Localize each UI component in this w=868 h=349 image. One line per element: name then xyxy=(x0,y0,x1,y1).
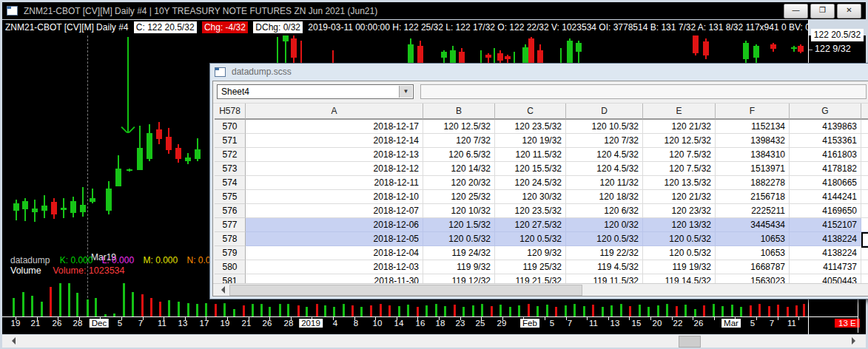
column-header[interactable]: F xyxy=(716,104,790,120)
restore-button[interactable]: ❐ xyxy=(810,4,835,18)
cell[interactable]: 120 7.5/32 xyxy=(643,162,716,176)
cell[interactable]: 10653 xyxy=(716,232,790,246)
cell[interactable] xyxy=(861,246,868,260)
cell[interactable]: 1882278 xyxy=(716,176,790,190)
cell-cursor[interactable] xyxy=(861,232,868,248)
cell[interactable]: 120 0.5/32 xyxy=(495,232,566,246)
cell[interactable] xyxy=(861,134,868,148)
cell[interactable]: 120 10/32 xyxy=(423,204,495,218)
row-header[interactable]: 570 xyxy=(215,120,246,134)
cell[interactable] xyxy=(861,120,868,134)
cell[interactable]: 120 20/32 xyxy=(423,176,495,190)
cell[interactable]: 119 19/32 xyxy=(643,260,716,274)
cell[interactable]: 2225211 xyxy=(716,204,790,218)
cell[interactable]: 120 14/32 xyxy=(423,162,495,176)
table-row[interactable]: 5802018-12-03119 9/32119 25/32119 4.5/32… xyxy=(215,260,868,274)
table-row[interactable]: 5772018-12-06120 1.5/32120 27.5/32120 0/… xyxy=(215,218,868,232)
cell[interactable]: 2156718 xyxy=(716,190,790,204)
row-header[interactable]: 573 xyxy=(215,162,246,176)
cell[interactable]: 120 21/32 xyxy=(643,190,716,204)
cell[interactable]: 120 13/32 xyxy=(643,218,716,232)
cell[interactable]: 2018-12-05 xyxy=(246,232,423,246)
cell[interactable]: 1152134 xyxy=(716,120,790,134)
cell[interactable]: 120 0/32 xyxy=(566,218,643,232)
cell[interactable]: 120 27.5/32 xyxy=(495,218,566,232)
table-row[interactable]: 5702018-12-17120 12.5/32120 23.5/32120 1… xyxy=(215,120,868,134)
cell[interactable]: 120 15.5/32 xyxy=(495,162,566,176)
cell[interactable]: 1384310 xyxy=(716,148,790,162)
table-row[interactable]: 5742018-12-11120 20/32120 24.5/32120 11/… xyxy=(215,176,868,190)
cell[interactable]: 120 0.5/32 xyxy=(566,232,643,246)
cell[interactable]: 2018-12-17 xyxy=(246,120,423,134)
close-button[interactable]: ✕ xyxy=(837,4,861,18)
table-row[interactable]: 5792018-12-04119 24/32120 9/32119 22/321… xyxy=(215,246,868,260)
row-header[interactable]: 576 xyxy=(215,204,246,218)
column-header[interactable]: B xyxy=(423,104,495,120)
cell[interactable]: 120 6.5/32 xyxy=(423,148,495,162)
cell[interactable] xyxy=(861,204,868,218)
cell[interactable]: 119 25/32 xyxy=(495,260,566,274)
row-header[interactable]: 579 xyxy=(215,246,246,260)
cell[interactable]: 1513971 xyxy=(716,162,790,176)
cell[interactable]: 120 9/32 xyxy=(495,246,566,260)
cell[interactable]: 2018-12-04 xyxy=(246,246,423,260)
cell[interactable]: 120 0.5/32 xyxy=(423,232,495,246)
cell[interactable]: 120 6/32 xyxy=(566,204,643,218)
cell[interactable] xyxy=(861,148,868,162)
cell[interactable]: 120 25/32 xyxy=(423,190,495,204)
formula-bar[interactable] xyxy=(420,84,867,99)
column-header[interactable]: A xyxy=(246,104,423,120)
cell[interactable]: 4169650 xyxy=(790,204,861,218)
cell[interactable] xyxy=(861,260,868,274)
cell[interactable]: 4139863 xyxy=(790,120,861,134)
cell[interactable]: 120 4.5/32 xyxy=(566,162,643,176)
grid-corner-name-box[interactable]: H578 xyxy=(215,104,246,120)
cell[interactable]: 2018-12-11 xyxy=(246,176,423,190)
cell[interactable]: 4153361 xyxy=(790,134,861,148)
cell[interactable]: 120 23.5/32 xyxy=(495,120,566,134)
cell[interactable]: 2018-12-10 xyxy=(246,190,423,204)
cell[interactable]: 120 4.5/32 xyxy=(566,148,643,162)
column-header[interactable]: D xyxy=(566,104,643,120)
row-header[interactable]: 575 xyxy=(215,190,246,204)
cell[interactable]: 4161803 xyxy=(790,148,861,162)
cell[interactable]: 2018-12-13 xyxy=(246,148,423,162)
cell[interactable]: 119 4.5/32 xyxy=(566,260,643,274)
sheet-selector-dropdown[interactable]: Sheet4 ▼ xyxy=(217,84,414,99)
table-row[interactable]: 5712018-12-14120 7/32120 19/32120 7/3212… xyxy=(215,134,868,148)
cell[interactable]: 4138224 xyxy=(790,246,861,260)
cell[interactable]: 120 23/32 xyxy=(643,204,716,218)
cell[interactable]: 2018-12-06 xyxy=(246,218,423,232)
cell[interactable]: 120 12.5/32 xyxy=(643,134,716,148)
cell[interactable]: 10653 xyxy=(716,246,790,260)
scroll-right-icon[interactable] xyxy=(852,337,859,345)
table-row[interactable]: 5732018-12-12120 14/32120 15.5/32120 4.5… xyxy=(215,162,868,176)
cell[interactable]: 4180665 xyxy=(790,176,861,190)
table-row[interactable]: 5722018-12-13120 6.5/32120 11.5/32120 4.… xyxy=(215,148,868,162)
cell[interactable]: 120 11/32 xyxy=(566,176,643,190)
column-header[interactable]: C xyxy=(495,104,566,120)
cell[interactable]: 4114737 xyxy=(790,260,861,274)
scroll-left-icon[interactable] xyxy=(218,286,225,294)
table-row[interactable]: 5762018-12-07120 10/32120 23.5/32120 6/3… xyxy=(215,204,868,218)
row-header[interactable]: 578 xyxy=(215,232,246,246)
cell[interactable]: 3445434 xyxy=(716,218,790,232)
cell[interactable]: 4138224 xyxy=(790,232,861,246)
row-header[interactable]: 571 xyxy=(215,134,246,148)
cell[interactable]: 120 1.5/32 xyxy=(423,218,495,232)
cell[interactable]: 120 0.5/32 xyxy=(643,232,716,246)
cell[interactable]: 120 7/32 xyxy=(423,134,495,148)
cell[interactable]: 120 7/32 xyxy=(566,134,643,148)
cell[interactable]: 120 24.5/32 xyxy=(495,176,566,190)
chevron-down-icon[interactable]: ▼ xyxy=(399,86,412,98)
cell[interactable]: 120 18/32 xyxy=(566,190,643,204)
row-header[interactable]: 572 xyxy=(215,148,246,162)
cell[interactable]: 4178182 xyxy=(790,162,861,176)
chart-scrollbar-thumb[interactable] xyxy=(679,336,701,348)
row-header[interactable]: 574 xyxy=(215,176,246,190)
spreadsheet-window[interactable]: datadump.scss Sheet4 ▼ H578ABCDEFG570201… xyxy=(209,63,868,299)
cell[interactable]: 119 9/32 xyxy=(423,260,495,274)
cell[interactable]: 2018-12-12 xyxy=(246,162,423,176)
scroll-left-icon[interactable] xyxy=(8,337,16,345)
cell[interactable]: 1668787 xyxy=(716,260,790,274)
